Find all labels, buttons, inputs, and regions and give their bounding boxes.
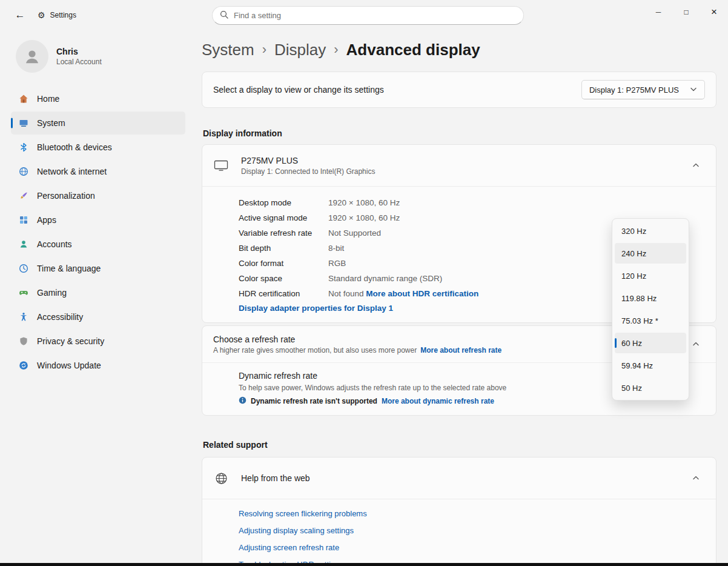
- close-button[interactable]: ×: [700, 0, 728, 24]
- breadcrumb-system[interactable]: System: [202, 39, 254, 61]
- refresh-rate-option-75-03hz[interactable]: 75.03 Hz *: [615, 310, 686, 331]
- sidebar-item-network-internet[interactable]: Network & internet: [11, 160, 185, 183]
- help-links: Resolving screen flickering problems Adj…: [202, 499, 716, 566]
- back-button[interactable]: ←: [8, 5, 31, 25]
- titlebar: ← ⚙ Settings ─ □ ×: [0, 0, 728, 30]
- sidebar-item-label: Windows Update: [37, 361, 101, 370]
- chevron-down-icon: [690, 85, 697, 95]
- refresh-rate-flyout: 320 Hz 240 Hz 120 Hz 119.88 Hz 75.03 Hz …: [612, 218, 689, 401]
- display-adapter-properties-link[interactable]: Display adapter properties for Display 1: [239, 304, 393, 313]
- sidebar-item-time-language[interactable]: Time & language: [11, 257, 185, 280]
- option-label: 60 Hz: [621, 339, 642, 348]
- personalization-brush-icon: [18, 191, 28, 201]
- refresh-rate-option-50hz[interactable]: 50 Hz: [615, 378, 686, 398]
- option-label: 120 Hz: [621, 271, 646, 281]
- dynamic-refresh-status-text: Dynamic refresh rate isn't supported: [251, 397, 377, 405]
- clock-icon: [18, 264, 28, 274]
- refresh-rate-option-119-88hz[interactable]: 119.88 Hz: [615, 288, 686, 308]
- detail-label: Color space: [239, 274, 328, 283]
- refresh-rate-option-320hz[interactable]: 320 Hz: [615, 221, 686, 241]
- minimize-button[interactable]: ─: [644, 0, 672, 24]
- sidebar-item-personalization[interactable]: Personalization: [11, 184, 185, 207]
- sidebar-item-system[interactable]: System: [11, 112, 185, 135]
- monitor-subtitle: Display 1: Connected to Intel(R) Graphic…: [241, 167, 375, 176]
- user-profile[interactable]: Chris Local Account: [16, 40, 194, 73]
- display-selector-card: Select a display to view or change its s…: [202, 72, 716, 108]
- profile-text: Chris Local Account: [56, 47, 102, 66]
- sidebar-item-label: Personalization: [37, 191, 95, 201]
- more-about-refresh-rate-link[interactable]: More about refresh rate: [420, 346, 501, 355]
- refresh-rate-option-60hz[interactable]: 60 Hz: [615, 333, 686, 353]
- sidebar-item-accounts[interactable]: Accounts: [11, 233, 185, 256]
- detail-label: Desktop mode: [239, 198, 328, 207]
- display-selector-value: Display 1: P275MV PLUS: [589, 85, 679, 95]
- sidebar-item-apps[interactable]: Apps: [11, 208, 185, 231]
- sidebar-item-label: Gaming: [37, 288, 67, 298]
- sidebar-item-home[interactable]: Home: [11, 87, 185, 110]
- sidebar-item-label: Accounts: [37, 239, 72, 249]
- display-selector-label: Select a display to view or change its s…: [213, 85, 384, 95]
- chevron-up-icon[interactable]: [687, 335, 705, 353]
- sidebar-item-label: Network & internet: [37, 167, 107, 176]
- more-about-dynamic-refresh-rate-link[interactable]: More about dynamic refresh rate: [382, 397, 494, 405]
- accounts-person-icon: [18, 239, 28, 250]
- refresh-rate-option-240hz[interactable]: 240 Hz: [615, 243, 686, 264]
- chevron-up-icon[interactable]: [687, 469, 705, 487]
- help-link-screen-refresh-rate[interactable]: Adjusting screen refresh rate: [239, 543, 705, 552]
- refresh-rate-text: Choose a refresh rate A higher rate give…: [213, 335, 501, 355]
- sidebar-item-bluetooth-devices[interactable]: Bluetooth & devices: [11, 136, 185, 159]
- sidebar-item-label: Privacy & security: [37, 336, 104, 346]
- app-title: Settings: [50, 11, 76, 19]
- sidebar-nav: Home System Bluetooth & devices Networ: [0, 87, 194, 377]
- breadcrumb: System › Display › Advanced display: [202, 39, 716, 61]
- detail-label: Color format: [239, 259, 328, 268]
- taskbar-edge: [0, 563, 728, 566]
- sidebar-item-gaming[interactable]: Gaming: [11, 281, 185, 304]
- settings-gear-icon: ⚙: [38, 10, 45, 20]
- option-label: 240 Hz: [621, 249, 646, 258]
- breadcrumb-display[interactable]: Display: [274, 39, 326, 61]
- sidebar-item-windows-update[interactable]: Windows Update: [11, 354, 185, 377]
- update-icon: [18, 361, 28, 371]
- option-label: 50 Hz: [621, 384, 642, 393]
- chevron-up-icon[interactable]: [687, 156, 705, 175]
- window-controls: ─ □ ×: [644, 0, 728, 24]
- sidebar-item-label: Home: [37, 94, 59, 104]
- network-globe-icon: [18, 167, 28, 177]
- refresh-rate-subtitle-text: A higher rate gives smoother motion, but…: [213, 346, 417, 355]
- sidebar-item-privacy-security[interactable]: Privacy & security: [11, 330, 185, 353]
- section-related-support: Related support: [203, 440, 715, 450]
- help-card: Help from the web Resolving screen flick…: [202, 457, 716, 566]
- help-card-title: Help from the web: [241, 473, 310, 483]
- help-link-screen-flickering[interactable]: Resolving screen flickering problems: [239, 509, 705, 518]
- avatar: [16, 40, 48, 73]
- help-link-display-scaling[interactable]: Adjusting display scaling settings: [239, 526, 705, 535]
- hdr-certification-link[interactable]: More about HDR certification: [366, 289, 478, 298]
- chevron-right-icon: ›: [334, 39, 338, 61]
- display-selector-dropdown[interactable]: Display 1: P275MV PLUS: [581, 80, 705, 99]
- apps-grid-icon: [18, 215, 28, 225]
- sidebar-item-label: Accessibility: [37, 312, 83, 322]
- section-display-information: Display information: [203, 128, 715, 138]
- monitor-name: P275MV PLUS: [241, 156, 375, 165]
- display-information-header[interactable]: P275MV PLUS Display 1: Connected to Inte…: [202, 145, 716, 186]
- gamepad-icon: [18, 288, 28, 298]
- refresh-rate-option-59-94hz[interactable]: 59.94 Hz: [615, 355, 686, 376]
- selection-indicator: [11, 118, 13, 128]
- detail-label: HDR certification: [239, 289, 328, 298]
- detail-value: 1920 × 1080, 60 Hz: [328, 198, 705, 207]
- monitor-text: P275MV PLUS Display 1: Connected to Inte…: [241, 156, 375, 176]
- system-icon: [18, 118, 28, 128]
- shield-icon: [18, 336, 28, 347]
- selection-indicator: [615, 338, 617, 348]
- option-label: 75.03 Hz *: [621, 316, 658, 325]
- search-input[interactable]: [234, 11, 516, 20]
- detail-row-desktop-mode: Desktop mode 1920 × 1080, 60 Hz: [239, 195, 705, 210]
- maximize-button[interactable]: □: [672, 0, 700, 24]
- search-box[interactable]: [212, 6, 524, 25]
- refresh-rate-title: Choose a refresh rate: [213, 335, 501, 344]
- globe-icon: [213, 472, 229, 485]
- help-card-header[interactable]: Help from the web: [202, 458, 716, 499]
- refresh-rate-option-120hz[interactable]: 120 Hz: [615, 265, 686, 286]
- sidebar-item-accessibility[interactable]: Accessibility: [11, 305, 185, 328]
